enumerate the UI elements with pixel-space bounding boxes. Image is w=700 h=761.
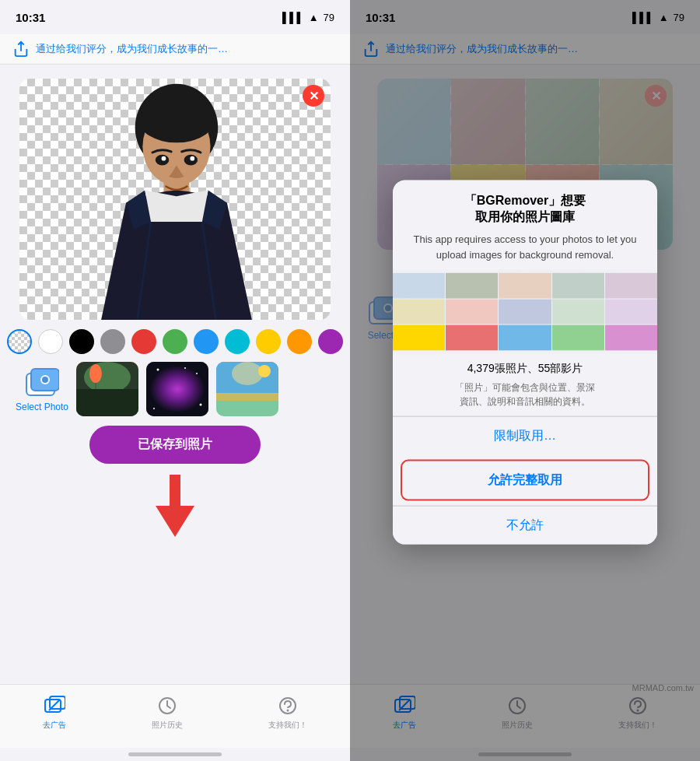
dialog-info: 4,379張照片、55部影片 「照片」可能會包含與位置、景深 資訊、說明和音訊相…: [393, 354, 657, 416]
svg-point-25: [200, 404, 202, 406]
color-purple[interactable]: [318, 329, 343, 354]
dialog-photo-9: [552, 299, 604, 324]
dialog-photo-2: [446, 273, 498, 299]
dialog-photo-10: [605, 299, 657, 324]
left-phone-panel: 10:31 ▌▌▌ ▲ 79 通过给我们评分，成为我们成长故事的一… ✕: [0, 0, 350, 761]
nav-label-support: 支持我们！: [268, 720, 307, 731]
wifi-icon: ▲: [309, 12, 319, 23]
dialog-photo-1: [393, 273, 445, 299]
svg-point-10: [190, 156, 194, 161]
thumbnail-beach[interactable]: [216, 362, 278, 416]
left-banner-text: 通过给我们评分，成为我们成长故事的一…: [36, 42, 228, 56]
color-blue[interactable]: [194, 329, 219, 354]
dialog-actions: 限制取用… 允許完整取用 不允許: [393, 416, 657, 545]
svg-point-2: [139, 97, 215, 142]
nav-item-remove-ad[interactable]: 去广告: [43, 695, 66, 731]
color-cyan[interactable]: [225, 329, 250, 354]
svg-point-22: [150, 366, 205, 412]
left-bottom-toolbar: Select Photo: [8, 362, 342, 416]
color-checker[interactable]: [7, 329, 32, 354]
left-status-icons: ▌▌▌ ▲ 79: [282, 12, 334, 23]
svg-point-39: [287, 709, 289, 711]
svg-point-32: [258, 365, 271, 377]
svg-point-9: [162, 156, 166, 161]
left-image-area: ✕: [19, 79, 331, 320]
nav-icon-history: [156, 695, 178, 717]
nav-label-history: 照片历史: [152, 720, 183, 731]
nav-label-remove-ad: 去广告: [43, 720, 66, 731]
select-photo-label: Select Photo: [16, 402, 68, 412]
color-red[interactable]: [131, 329, 156, 354]
dialog-photo-12: [446, 325, 498, 351]
left-home-indicator: [128, 752, 222, 756]
dialog-photo-4: [552, 273, 604, 299]
dialog-photo-13: [499, 325, 551, 351]
svg-rect-33: [170, 475, 180, 510]
color-orange[interactable]: [287, 329, 312, 354]
left-bottom-nav: 去广告 照片历史 支持我们！: [0, 684, 350, 748]
svg-point-31: [232, 362, 263, 385]
dialog-deny-button[interactable]: 不允許: [393, 506, 657, 545]
left-status-bar: 10:31 ▌▌▌ ▲ 79: [0, 0, 350, 34]
svg-point-24: [196, 373, 198, 374]
svg-marker-34: [156, 506, 194, 537]
dialog-allow-all-button[interactable]: 允許完整取用: [401, 460, 649, 501]
dialog-photo-3: [499, 273, 551, 299]
select-photo-icon: [23, 366, 61, 398]
color-green[interactable]: [163, 329, 187, 354]
dialog-title: 「BGRemover」想要 取用你的照片圖庫: [408, 193, 642, 226]
svg-point-14: [42, 377, 48, 383]
svg-point-26: [153, 408, 155, 409]
dialog-photo-5: [605, 273, 657, 299]
left-top-banner[interactable]: 通过给我们评分，成为我们成长故事的一…: [0, 34, 350, 65]
nav-icon-support: [277, 695, 299, 717]
save-button[interactable]: 已保存到照片: [89, 426, 261, 464]
svg-point-23: [157, 369, 159, 371]
color-gray[interactable]: [100, 329, 125, 354]
signal-icon: ▌▌▌: [282, 12, 304, 23]
dialog-subtitle: This app requires access to your photos …: [408, 232, 642, 262]
battery-icon: 79: [324, 12, 334, 23]
dialog-limited-button[interactable]: 限制取用…: [393, 416, 657, 455]
arrow-container: [148, 475, 202, 537]
svg-point-17: [89, 364, 102, 383]
dialog-top: 「BGRemover」想要 取用你的照片圖庫 This app requires…: [393, 181, 657, 270]
color-black[interactable]: [69, 329, 94, 354]
dialog-photo-7: [446, 299, 498, 324]
dialog-photo-15: [605, 325, 657, 351]
dialog-photo-6: [393, 299, 445, 324]
dialog-photo-14: [552, 325, 604, 351]
color-palette: [0, 329, 350, 354]
nav-icon-remove-ad: [44, 695, 65, 717]
dialog-note: 「照片」可能會包含與位置、景深 資訊、說明和音訊相關的資料。: [405, 380, 645, 409]
color-white[interactable]: [38, 329, 63, 354]
right-phone-panel: 10:31 ▌▌▌ ▲ 79 通过给我们评分，成为我们成长故事的一… ✕: [350, 0, 700, 761]
left-status-time: 10:31: [16, 11, 45, 24]
share-icon: [12, 40, 30, 58]
nav-item-support[interactable]: 支持我们！: [268, 695, 307, 731]
dialog-count: 4,379張照片、55部影片: [405, 362, 645, 376]
nav-item-history[interactable]: 照片历史: [152, 695, 183, 731]
svg-rect-30: [216, 393, 278, 401]
permission-dialog: 「BGRemover」想要 取用你的照片圖庫 This app requires…: [393, 181, 657, 545]
left-close-button[interactable]: ✕: [303, 85, 324, 107]
red-arrow: [148, 475, 202, 537]
dialog-photo-grid: [393, 273, 657, 351]
thumbnail-balloon[interactable]: [76, 362, 138, 416]
thumbnail-galaxy[interactable]: [146, 362, 208, 416]
select-photo-button[interactable]: Select Photo: [16, 366, 68, 412]
dialog-photo-11: [393, 325, 445, 351]
person-figure: [19, 79, 331, 320]
dialog-photo-8: [499, 299, 551, 324]
svg-point-27: [184, 367, 186, 369]
color-yellow[interactable]: [256, 329, 281, 354]
left-main-content: ✕: [0, 65, 350, 684]
svg-rect-20: [76, 389, 138, 416]
